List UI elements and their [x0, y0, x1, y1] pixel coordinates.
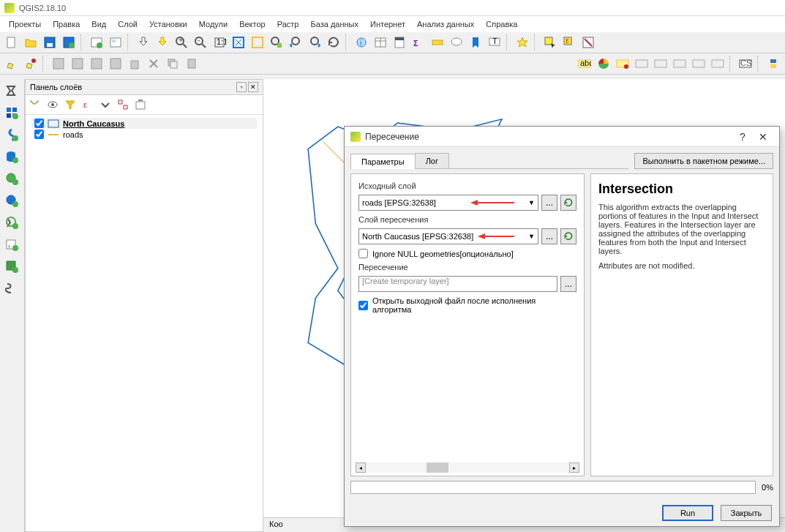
measure-icon[interactable]: [429, 34, 446, 51]
add-wcs-icon[interactable]: [1, 190, 22, 211]
remove-layer-icon[interactable]: [132, 97, 149, 113]
add-spatialite-icon[interactable]: [1, 124, 22, 145]
cut-icon[interactable]: [145, 55, 162, 72]
label-highlight-icon[interactable]: [614, 55, 631, 72]
zoom-out-icon[interactable]: -: [192, 34, 209, 51]
layer-row-roads[interactable]: roads: [31, 129, 257, 140]
zoom-last-icon[interactable]: [287, 34, 304, 51]
decoration-icon[interactable]: [514, 34, 531, 51]
add-virtual-icon[interactable]: [1, 256, 22, 277]
add-oracle-icon[interactable]: [1, 278, 22, 299]
filter-icon[interactable]: [62, 97, 78, 113]
map-tips-icon[interactable]: [448, 34, 465, 51]
open-project-icon[interactable]: [22, 34, 40, 51]
pan-selection-icon[interactable]: [154, 34, 171, 51]
add-feature-icon[interactable]: [69, 55, 86, 72]
layer-row-north-caucasus[interactable]: North Caucasus: [31, 118, 257, 129]
add-wfs-icon[interactable]: [1, 212, 22, 233]
diagram-icon[interactable]: [595, 55, 612, 72]
expand-all-icon[interactable]: [97, 97, 113, 113]
dialog-titlebar[interactable]: Пересечение ? ✕: [345, 127, 779, 147]
add-vector-icon[interactable]: [1, 80, 22, 101]
label-move-icon[interactable]: [671, 55, 688, 72]
identify-icon[interactable]: i: [353, 34, 370, 51]
expression-filter-icon[interactable]: ε: [80, 97, 96, 113]
zoom-layer-icon[interactable]: [268, 34, 285, 51]
zoom-full-icon[interactable]: [230, 34, 247, 51]
csw-icon[interactable]: CSW: [737, 55, 754, 72]
dialog-help-icon[interactable]: ?: [732, 130, 753, 144]
menu-processing[interactable]: Анализ данных: [413, 18, 478, 30]
menu-plugins[interactable]: Модули: [195, 18, 232, 30]
save-edits-icon[interactable]: [50, 55, 67, 72]
add-delimited-icon[interactable]: ,: [1, 234, 22, 255]
label-pin-icon[interactable]: [633, 55, 650, 72]
menu-web[interactable]: Интернет: [366, 18, 410, 30]
field-calc-icon[interactable]: [391, 34, 408, 51]
batch-mode-button[interactable]: Выполнить в пакетном режиме...: [634, 153, 773, 169]
intersect-layer-combo[interactable]: North Caucasus [EPSG:32638] ▼: [358, 228, 538, 244]
output-browse-button[interactable]: ...: [560, 276, 576, 292]
intersect-browse-button[interactable]: ...: [541, 228, 557, 244]
style-preset-icon[interactable]: [27, 97, 43, 113]
tab-parameters[interactable]: Параметры: [350, 154, 416, 169]
scroll-right-icon[interactable]: ▸: [569, 462, 579, 473]
copy-icon[interactable]: [164, 55, 181, 72]
open-output-checkbox[interactable]: [358, 301, 368, 310]
label-abc-icon[interactable]: abc: [576, 55, 593, 72]
label-rotate-icon[interactable]: [690, 55, 707, 72]
input-browse-button[interactable]: ...: [541, 195, 557, 211]
menu-view[interactable]: Вид: [87, 18, 110, 30]
input-layer-combo[interactable]: roads [EPSG:32638] ▼: [358, 195, 538, 211]
intersect-iterate-button[interactable]: [560, 228, 576, 244]
menu-vector[interactable]: Вектор: [235, 18, 270, 30]
layer-tree[interactable]: North Caucasus roads: [26, 115, 263, 531]
zoom-selection-icon[interactable]: [249, 34, 266, 51]
output-path-input[interactable]: [Create temporary layer]: [358, 276, 557, 292]
ignore-null-checkbox[interactable]: [358, 249, 368, 258]
dialog-close-icon[interactable]: ✕: [753, 130, 773, 144]
input-iterate-button[interactable]: [560, 195, 576, 211]
select-expression-icon[interactable]: ε: [560, 34, 578, 51]
menu-database[interactable]: База данных: [306, 18, 363, 30]
attribute-table-icon[interactable]: [372, 34, 389, 51]
label-change-icon[interactable]: [709, 55, 726, 72]
scroll-left-icon[interactable]: ◂: [356, 462, 366, 473]
close-button[interactable]: Закрыть: [721, 505, 772, 521]
refresh-icon[interactable]: [325, 34, 342, 51]
zoom-in-icon[interactable]: +: [173, 34, 190, 51]
paste-icon[interactable]: [183, 55, 200, 72]
bookmarks-icon[interactable]: [467, 34, 484, 51]
zoom-native-icon[interactable]: 1:1: [211, 34, 228, 51]
python-icon[interactable]: [765, 55, 782, 72]
menu-projects[interactable]: Проекты: [4, 18, 45, 30]
zoom-next-icon[interactable]: [306, 34, 323, 51]
add-postgis-icon[interactable]: [1, 146, 22, 167]
menu-raster[interactable]: Растр: [273, 18, 304, 30]
delete-icon[interactable]: [126, 55, 143, 72]
filter-legend-icon[interactable]: [45, 97, 61, 113]
add-wms-icon[interactable]: [1, 168, 22, 189]
move-feature-icon[interactable]: [88, 55, 105, 72]
add-raster-icon[interactable]: [1, 102, 22, 123]
menu-edit[interactable]: Правка: [48, 18, 84, 30]
menu-help[interactable]: Справка: [481, 18, 522, 30]
edit-pencil2-icon[interactable]: [22, 55, 40, 72]
menu-settings[interactable]: Установки: [145, 18, 192, 30]
form-hscrollbar[interactable]: ◂ ▸: [356, 462, 579, 473]
run-button[interactable]: Run: [662, 505, 713, 521]
node-tool-icon[interactable]: [107, 55, 124, 72]
new-project-icon[interactable]: [3, 34, 20, 51]
saveas-project-icon[interactable]: [60, 34, 78, 51]
layer-checkbox-0[interactable]: [34, 119, 44, 128]
pan-icon[interactable]: [135, 34, 152, 51]
label-show-icon[interactable]: [652, 55, 669, 72]
deselect-icon[interactable]: [579, 34, 597, 51]
select-features-icon[interactable]: [541, 34, 559, 51]
layer-checkbox-1[interactable]: [34, 130, 44, 139]
panel-close-icon[interactable]: ✕: [248, 82, 258, 92]
edit-pencil-icon[interactable]: [3, 55, 20, 72]
layout-manager-icon[interactable]: [88, 34, 105, 51]
save-project-icon[interactable]: [41, 34, 59, 51]
composer-icon[interactable]: [107, 34, 124, 51]
